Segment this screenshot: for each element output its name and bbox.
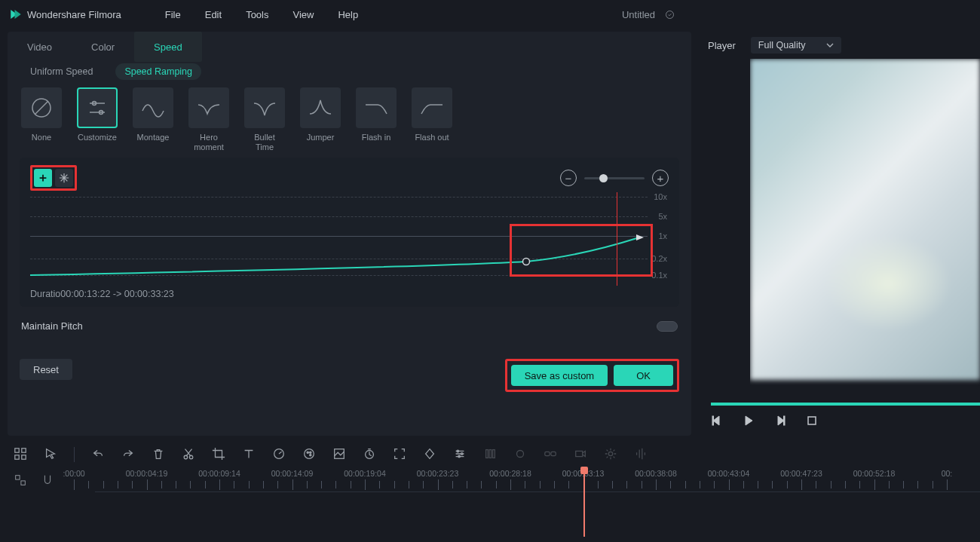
- svg-point-19: [189, 455, 193, 459]
- svg-rect-31: [489, 449, 492, 458]
- ruler-label: 00:00:28:18: [489, 469, 531, 478]
- preset-label: Bullet Time: [254, 133, 275, 152]
- preset-bullet-time[interactable]: Bullet Time: [244, 87, 285, 152]
- menu-edit[interactable]: Edit: [205, 9, 222, 20]
- zoom-in-button[interactable]: +: [652, 170, 669, 186]
- svg-rect-12: [784, 416, 786, 425]
- cut-icon[interactable]: [182, 447, 195, 463]
- timeline-playhead[interactable]: [583, 469, 585, 537]
- svg-point-24: [310, 454, 311, 455]
- preset-row: None Customize Montage Hero moment Bulle…: [8, 87, 691, 158]
- preset-flash-in[interactable]: Flash in: [356, 87, 397, 152]
- zoom-slider[interactable]: [584, 177, 645, 179]
- redo-icon[interactable]: [121, 447, 135, 463]
- preset-hero-moment[interactable]: Hero moment: [188, 87, 229, 152]
- app-logo: Wondershare Filmora: [9, 8, 121, 21]
- svg-rect-11: [712, 416, 714, 425]
- menu-help[interactable]: Help: [338, 9, 358, 20]
- undo-icon[interactable]: [91, 447, 105, 463]
- timeline-ruler[interactable]: :00:0000:00:04:1900:00:09:1400:00:14:090…: [74, 469, 980, 491]
- document-title-area: Untitled: [622, 9, 971, 20]
- preset-label: None: [32, 133, 51, 142]
- snowflake-icon: [59, 173, 69, 183]
- zoom-out-button[interactable]: −: [560, 170, 577, 186]
- menu-file[interactable]: File: [165, 9, 181, 20]
- play-icon[interactable]: [743, 415, 755, 427]
- logo-icon: [9, 8, 23, 21]
- ruler-label: 00:00:04:19: [126, 469, 167, 478]
- svg-rect-13: [808, 417, 816, 424]
- keyframe-icon[interactable]: [423, 447, 436, 463]
- preset-none[interactable]: None: [21, 87, 62, 152]
- svg-rect-39: [21, 481, 25, 485]
- reset-button[interactable]: Reset: [20, 359, 72, 380]
- preset-label: Customize: [78, 133, 117, 142]
- prev-frame-icon[interactable]: [711, 415, 723, 427]
- duration-readout: Duratio00:00:13:22 -> 00:00:33:23: [30, 289, 669, 299]
- adjust-icon[interactable]: [453, 447, 467, 463]
- svg-point-21: [305, 449, 314, 458]
- ruler-label: 00:00:09:14: [198, 469, 240, 478]
- timeline-tracks[interactable]: [95, 491, 980, 535]
- player-progress[interactable]: [711, 403, 980, 406]
- wave3-icon: [251, 94, 278, 121]
- audio-icon[interactable]: [634, 447, 648, 463]
- none-icon: [28, 94, 55, 121]
- speed-icon[interactable]: [272, 447, 286, 463]
- add-keyframe-button[interactable]: [34, 169, 52, 187]
- tab-color[interactable]: Color: [72, 32, 134, 62]
- preset-flash-out[interactable]: Flash out: [412, 87, 452, 152]
- expand-icon[interactable]: [393, 447, 406, 463]
- grid-icon[interactable]: [14, 447, 27, 463]
- freeze-frame-button[interactable]: [55, 169, 73, 187]
- svg-rect-14: [15, 448, 19, 452]
- preset-jumper[interactable]: Jumper: [300, 87, 341, 152]
- snap-icon[interactable]: [14, 473, 27, 489]
- timer-icon[interactable]: [363, 447, 376, 463]
- y-label: 5x: [658, 212, 667, 221]
- sliders-icon: [84, 94, 111, 121]
- cursor-icon[interactable]: [44, 447, 57, 463]
- svg-rect-30: [486, 449, 488, 458]
- tab-speed[interactable]: Speed: [134, 32, 202, 62]
- speed-graph[interactable]: 10x 5x 1x 0.2x 0.1x: [30, 192, 669, 281]
- preview-frame: [750, 59, 980, 380]
- confirm-button-group: Save as custom OK: [505, 359, 679, 392]
- wave6-icon: [418, 94, 446, 121]
- ok-button[interactable]: OK: [614, 365, 673, 386]
- text-icon[interactable]: [242, 447, 256, 463]
- crop-icon[interactable]: [212, 447, 225, 463]
- menu-tools[interactable]: Tools: [246, 9, 268, 20]
- preset-montage[interactable]: Montage: [133, 87, 173, 152]
- tab-video[interactable]: Video: [8, 32, 72, 62]
- delete-icon[interactable]: [152, 447, 165, 463]
- player-quality-dropdown[interactable]: Full Quality: [751, 37, 842, 54]
- player-viewport[interactable]: [750, 59, 980, 403]
- wave2-icon: [195, 94, 222, 121]
- maintain-pitch-row: Maintain Pitch: [8, 307, 691, 332]
- stop-icon[interactable]: [806, 415, 818, 427]
- plus-icon: [38, 173, 48, 183]
- player-title: Player: [708, 40, 736, 51]
- subtab-speed-ramping[interactable]: Speed Ramping: [115, 63, 201, 80]
- preset-customize[interactable]: Customize: [77, 87, 118, 152]
- link-icon[interactable]: [544, 447, 557, 463]
- menu-view[interactable]: View: [292, 9, 314, 20]
- subtab-uniform-speed[interactable]: Uniform Speed: [21, 63, 102, 80]
- next-frame-icon[interactable]: [774, 415, 786, 427]
- greenscreen-icon[interactable]: [332, 447, 346, 463]
- record-icon[interactable]: [513, 447, 527, 463]
- gear-icon[interactable]: [604, 447, 617, 463]
- mixer-icon[interactable]: [483, 447, 497, 463]
- maintain-pitch-toggle[interactable]: [657, 321, 678, 332]
- maintain-pitch-label: Maintain Pitch: [21, 320, 83, 332]
- preset-label: Flash out: [415, 133, 449, 142]
- graph-zoom: − +: [560, 170, 669, 186]
- auto-icon[interactable]: [574, 447, 587, 463]
- save-as-custom-button[interactable]: Save as custom: [511, 365, 608, 386]
- magnet-icon[interactable]: [41, 473, 54, 489]
- color-icon[interactable]: [302, 447, 316, 463]
- speed-graph-panel: − + 10x 5x 1x 0.2x 0.1x: [20, 158, 679, 307]
- svg-rect-15: [22, 448, 26, 452]
- timeline-header: :00:0000:00:04:1900:00:09:1400:00:14:090…: [0, 469, 980, 491]
